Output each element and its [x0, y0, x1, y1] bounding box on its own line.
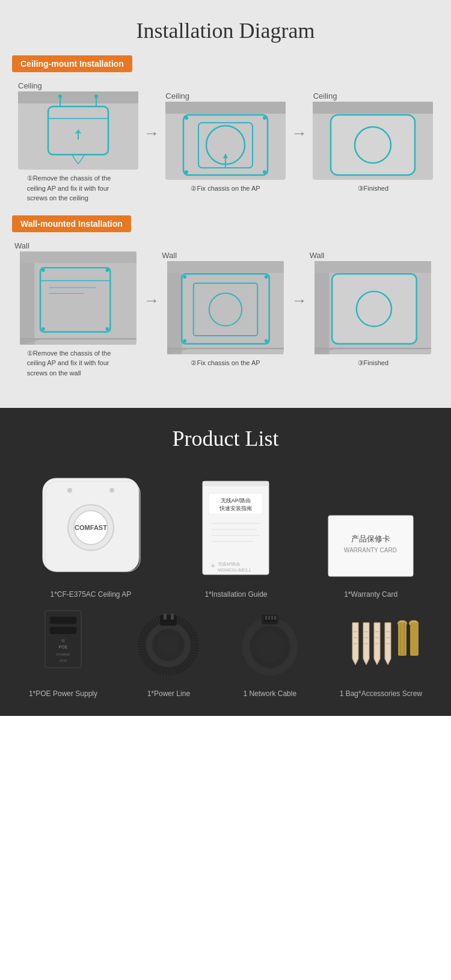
- powerline-svg: [137, 614, 200, 677]
- installation-section: Installation Diagram Ceiling-mount Insta…: [0, 0, 451, 408]
- svg-point-28: [41, 268, 45, 272]
- svg-text:产品保修卡: 产品保修卡: [351, 534, 390, 543]
- svg-point-16: [263, 116, 266, 120]
- svg-rect-37: [167, 261, 182, 354]
- wall-caption-1: ①Remove the chassis of the ceiling AP an…: [24, 348, 132, 378]
- svg-rect-23: [20, 251, 137, 345]
- svg-point-15: [185, 116, 188, 120]
- svg-rect-49: [314, 261, 329, 354]
- svg-rect-1: [18, 91, 138, 103]
- poe-svg: POE POWER ACE: [39, 608, 87, 677]
- svg-rect-20: [313, 102, 433, 114]
- svg-rect-38: [167, 261, 284, 273]
- wall-diagram-2: [165, 261, 286, 354]
- ceiling-label-2: Ceiling: [159, 91, 291, 100]
- wall-step-3: Wall ③Finished: [307, 251, 439, 368]
- installation-title: Installation Diagram: [12, 18, 439, 43]
- svg-point-43: [265, 275, 268, 279]
- powerline-caption: 1*Power Line: [147, 689, 190, 698]
- arrow-1: →: [144, 124, 159, 143]
- warranty-svg: 产品保修卡 WARRANTY CARD: [327, 514, 414, 578]
- svg-rect-95: [268, 616, 270, 620]
- svg-rect-94: [265, 616, 267, 620]
- accessories-visual: [343, 614, 419, 679]
- svg-text:快速安装指南: 快速安装指南: [219, 505, 252, 511]
- svg-rect-88: [164, 614, 167, 620]
- svg-rect-87: [160, 615, 177, 626]
- wall-badge: Wall-mounted Installation: [12, 215, 439, 241]
- ceiling-label-1: Ceiling: [12, 81, 144, 90]
- product-powerline: 1*Power Line: [137, 614, 200, 698]
- svg-rect-21: [331, 115, 415, 175]
- svg-point-5: [58, 94, 62, 98]
- wall-diagram-3: [313, 261, 433, 354]
- ceiling-diagram-1: [18, 91, 138, 170]
- svg-point-17: [185, 170, 188, 174]
- svg-point-31: [105, 327, 109, 330]
- svg-point-83: [61, 639, 65, 643]
- svg-point-61: [109, 488, 114, 493]
- ceiling-diagram-3: [313, 102, 433, 180]
- svg-point-60: [67, 488, 72, 493]
- product-warranty: 产品保修卡 WARRANTY CARD 1*Warranty Card: [327, 514, 414, 599]
- ceiling-caption-2: ②Fix chassis on the AP: [188, 183, 263, 194]
- product-accessories: 1 Bag*Accessories Screw: [340, 614, 422, 698]
- svg-point-44: [183, 339, 186, 343]
- product-ap: COMFAST 1*CF-E375AC Ceiling AP: [37, 469, 145, 599]
- svg-text:无线AP/路由: 无线AP/路由: [221, 498, 251, 504]
- guide-svg: 无线AP/路由 快速安装指南 无线AP路由 MG04C01-B/E3.1 ✦: [200, 478, 272, 578]
- svg-point-45: [265, 339, 268, 343]
- svg-point-6: [94, 94, 98, 98]
- ceiling-caption-3: ③Finished: [355, 183, 392, 194]
- svg-rect-9: [165, 102, 286, 114]
- svg-rect-50: [314, 261, 431, 273]
- svg-rect-96: [271, 616, 273, 620]
- accessories-caption: 1 Bag*Accessories Screw: [340, 689, 422, 698]
- product-networkcable: 1 Network Cable: [240, 614, 300, 698]
- wall-step-1: Wall: [12, 241, 144, 378]
- product-title: Product List: [12, 426, 439, 451]
- svg-rect-79: [50, 627, 76, 634]
- svg-text:MG04C01-B/E3.1: MG04C01-B/E3.1: [218, 568, 251, 572]
- wall-label-1: Wall: [12, 241, 144, 250]
- wall-step-2: Wall: [159, 251, 291, 368]
- wall-install-wrapper: Wall-mounted Installation Wall: [12, 215, 439, 378]
- powerline-visual: [137, 614, 200, 679]
- svg-rect-63: [203, 481, 269, 486]
- product-grid-top: COMFAST 1*CF-E375AC Ceiling AP 无线AP/路由: [12, 469, 439, 599]
- svg-text:COMFAST: COMFAST: [75, 524, 107, 531]
- ceiling-caption-1: ①Remove the chassis of the ceiling AP an…: [24, 173, 132, 203]
- wall-diagram-1: [18, 251, 138, 345]
- guide-visual: 无线AP/路由 快速安装指南 无线AP路由 MG04C01-B/E3.1 ✦: [200, 478, 272, 579]
- svg-text:ACE: ACE: [60, 659, 67, 662]
- ap-visual: COMFAST: [37, 469, 145, 579]
- svg-rect-24: [20, 251, 34, 345]
- svg-rect-97: [274, 616, 276, 620]
- poe-caption: 1*POE Power Supply: [29, 689, 97, 698]
- wall-steps-row: Wall: [12, 241, 439, 378]
- arrow-2: →: [292, 124, 307, 143]
- ap-svg: COMFAST: [37, 469, 145, 578]
- svg-text:WARRANTY CARD: WARRANTY CARD: [344, 547, 397, 553]
- product-grid-bottom: POE POWER ACE 1*POE Power Supply: [12, 608, 439, 698]
- poe-visual: POE POWER ACE: [39, 608, 87, 679]
- ap-caption: 1*CF-E375AC Ceiling AP: [50, 590, 131, 599]
- ceiling-label-3: Ceiling: [307, 91, 439, 100]
- wall-caption-3: ③Finished: [355, 358, 392, 368]
- svg-point-42: [183, 275, 186, 279]
- svg-text:无线AP路由: 无线AP路由: [218, 562, 240, 566]
- svg-point-86: [155, 632, 182, 658]
- product-section: Product List COMFAST: [0, 408, 451, 716]
- ceiling-step-1: Ceiling: [12, 81, 144, 203]
- svg-rect-74: [328, 516, 413, 576]
- svg-rect-51: [333, 274, 417, 344]
- networkcable-caption: 1 Network Cable: [243, 689, 296, 698]
- wall-caption-2: ②Fix chassis on the AP: [188, 358, 263, 368]
- warranty-caption: 1*Warranty Card: [344, 590, 397, 599]
- product-poe: POE POWER ACE 1*POE Power Supply: [29, 608, 97, 698]
- wall-label-2: Wall: [159, 251, 291, 260]
- wall-arrow-2: →: [292, 291, 307, 310]
- svg-rect-78: [50, 617, 76, 624]
- svg-rect-25: [20, 251, 137, 263]
- svg-point-91: [253, 629, 287, 665]
